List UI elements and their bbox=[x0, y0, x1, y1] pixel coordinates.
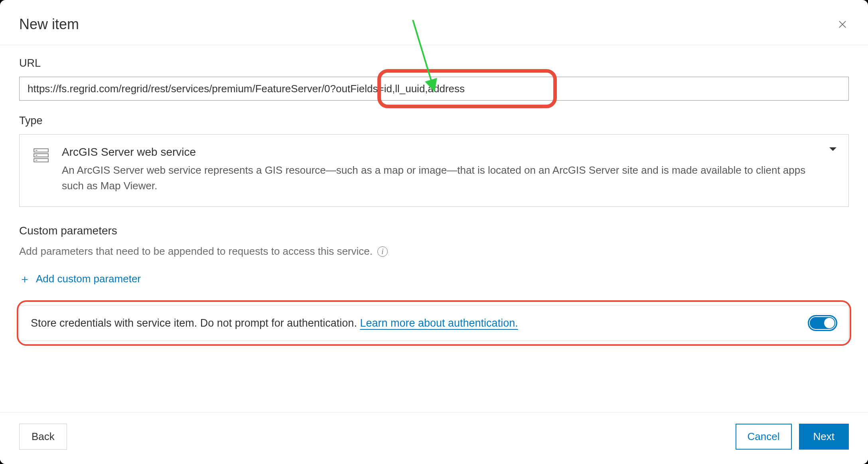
store-credentials-row: Store credentials with service item. Do … bbox=[19, 305, 849, 341]
close-button[interactable] bbox=[836, 18, 849, 31]
store-credentials-text: Store credentials with service item. Do … bbox=[31, 317, 518, 329]
type-description: An ArcGIS Server web service represents … bbox=[62, 163, 817, 194]
dialog-header: New item bbox=[0, 0, 868, 45]
footer-right: Cancel Next bbox=[736, 424, 849, 450]
add-custom-parameter-button[interactable]: ＋ Add custom parameter bbox=[19, 273, 141, 285]
type-title: ArcGIS Server web service bbox=[62, 146, 817, 159]
cancel-button[interactable]: Cancel bbox=[736, 424, 792, 450]
dialog-footer: Back Cancel Next bbox=[0, 412, 868, 464]
close-icon bbox=[837, 19, 848, 30]
chevron-down-icon bbox=[829, 147, 836, 151]
url-label: URL bbox=[19, 57, 849, 69]
credentials-section: Store credentials with service item. Do … bbox=[19, 305, 849, 341]
custom-parameters-help-text: Add parameters that need to be appended … bbox=[19, 245, 373, 258]
new-item-dialog: New item URL Type bbox=[0, 0, 868, 464]
add-custom-parameter-label: Add custom parameter bbox=[36, 273, 141, 285]
type-selector[interactable]: ArcGIS Server web service An ArcGIS Serv… bbox=[19, 134, 849, 207]
dialog-body: URL Type ArcGIS Server web service An Ar… bbox=[0, 45, 868, 341]
store-credentials-toggle[interactable] bbox=[808, 315, 837, 331]
type-label: Type bbox=[19, 115, 849, 127]
learn-more-authentication-link[interactable]: Learn more about authentication. bbox=[360, 317, 518, 329]
back-button[interactable]: Back bbox=[19, 424, 67, 450]
info-icon[interactable]: i bbox=[377, 246, 388, 257]
url-input-wrap bbox=[19, 77, 849, 101]
custom-parameters-heading: Custom parameters bbox=[19, 224, 849, 237]
plus-icon: ＋ bbox=[19, 274, 30, 285]
dialog-title: New item bbox=[19, 16, 79, 33]
type-text: ArcGIS Server web service An ArcGIS Serv… bbox=[62, 146, 836, 194]
store-credentials-label: Store credentials with service item. Do … bbox=[31, 317, 360, 329]
url-input[interactable] bbox=[19, 77, 849, 101]
server-icon bbox=[32, 146, 51, 165]
custom-parameters-help: Add parameters that need to be appended … bbox=[19, 245, 849, 258]
next-button[interactable]: Next bbox=[799, 424, 849, 450]
